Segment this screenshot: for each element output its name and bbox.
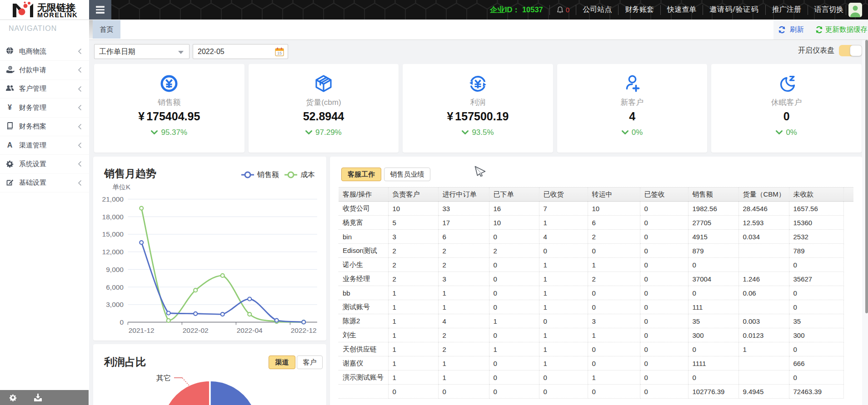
- svg-text:6,000: 6,000: [106, 283, 124, 291]
- svg-text:MORELINK: MORELINK: [37, 11, 78, 19]
- svg-text:2021-12: 2021-12: [129, 326, 155, 334]
- svg-text:15,000: 15,000: [102, 230, 124, 238]
- svg-text:12,000: 12,000: [102, 248, 124, 256]
- svg-text:9,000: 9,000: [106, 266, 124, 273]
- svg-text:0: 0: [120, 318, 124, 326]
- svg-text:2022-12: 2022-12: [291, 326, 317, 334]
- svg-text:3,000: 3,000: [106, 301, 124, 308]
- svg-text:成本: 成本: [300, 171, 315, 178]
- svg-text:销售额: 销售额: [257, 171, 279, 178]
- svg-text:15: 15: [277, 51, 282, 55]
- svg-text:18,000: 18,000: [102, 213, 124, 221]
- svg-text:单位K: 单位K: [112, 183, 130, 191]
- svg-text:21,000: 21,000: [102, 195, 124, 203]
- svg-text:其它: 其它: [156, 374, 171, 382]
- svg-text:2022-04: 2022-04: [237, 326, 263, 334]
- svg-text:2022-02: 2022-02: [183, 326, 209, 334]
